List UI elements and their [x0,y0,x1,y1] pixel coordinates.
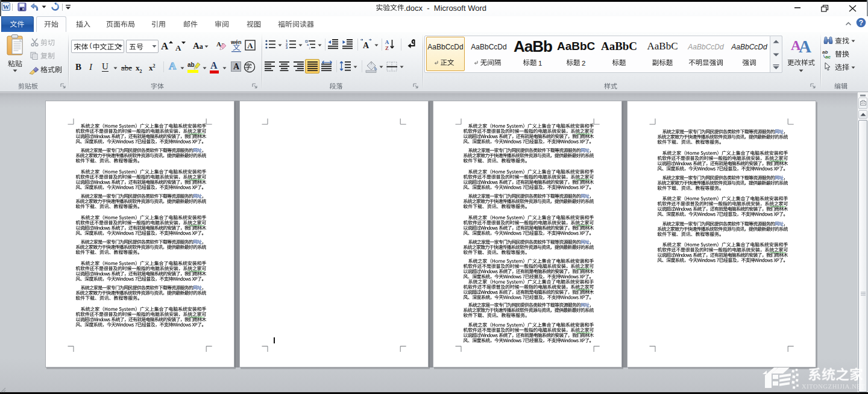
svg-text:ab: ab [187,61,195,68]
svg-text:i: i [309,46,310,50]
svg-text:ac: ac [825,54,831,59]
svg-text:wén: wén [231,39,242,45]
svg-text:Z: Z [385,45,389,51]
svg-text:3: 3 [286,46,288,49]
svg-text:A: A [385,39,389,45]
svg-text:A: A [247,41,253,50]
svg-text:?: ? [859,19,863,27]
svg-text:A: A [363,41,370,50]
